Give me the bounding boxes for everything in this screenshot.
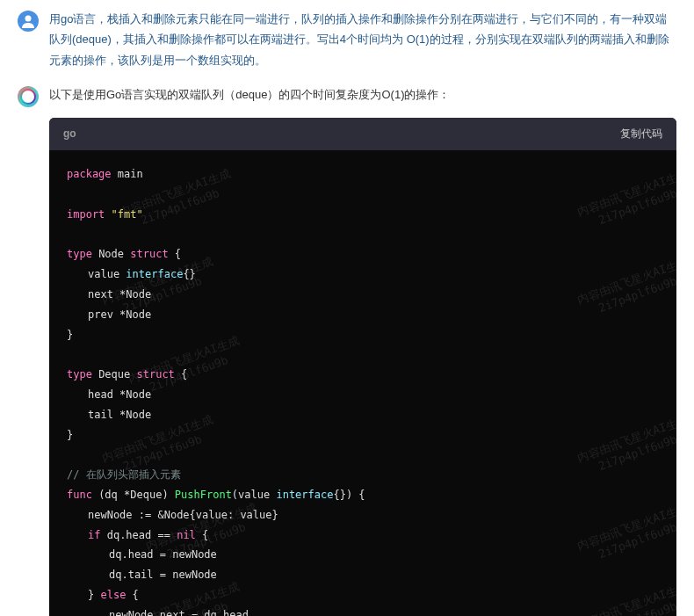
code-language-label: go bbox=[63, 125, 76, 144]
bot-message: 以下是使用Go语言实现的双端队列（deque）的四个时间复杂度为O(1)的操作：… bbox=[18, 84, 676, 616]
bot-intro-text: 以下是使用Go语言实现的双端队列（deque）的四个时间复杂度为O(1)的操作： bbox=[49, 84, 676, 105]
bot-avatar bbox=[18, 86, 39, 107]
code-content: 内容由讯飞星火AI生成2i7p4plf6u9b 内容由讯飞星火AI生成2i7p4… bbox=[49, 150, 676, 616]
user-text: 用go语言，栈插入和删除元素只能在同一端进行，队列的插入操作和删除操作分别在两端… bbox=[49, 9, 676, 70]
code-header: go 复制代码 bbox=[49, 118, 676, 151]
user-avatar bbox=[18, 11, 39, 32]
svg-point-0 bbox=[25, 16, 32, 22]
copy-code-button[interactable]: 复制代码 bbox=[620, 125, 662, 144]
code-block: go 复制代码 内容由讯飞星火AI生成2i7p4plf6u9b 内容由讯飞星火A… bbox=[49, 118, 676, 616]
user-message: 用go语言，栈插入和删除元素只能在同一端进行，队列的插入操作和删除操作分别在两端… bbox=[18, 9, 676, 70]
bot-content: 以下是使用Go语言实现的双端队列（deque）的四个时间复杂度为O(1)的操作：… bbox=[49, 84, 676, 616]
